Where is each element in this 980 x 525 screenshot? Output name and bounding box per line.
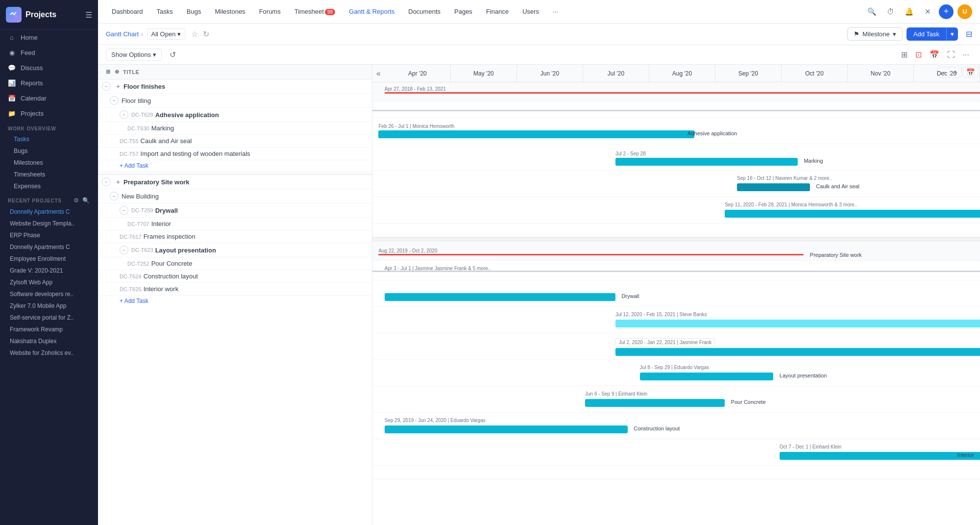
topnav-forums[interactable]: Forums — [253, 5, 287, 18]
topnav-timesheet[interactable]: Timesheet99 — [289, 5, 341, 18]
dct629-bar[interactable] — [378, 130, 694, 138]
add-preparatory-icon[interactable]: + — [114, 177, 122, 186]
expand-preparatory[interactable]: − — [102, 177, 111, 186]
task-dct624[interactable]: DC-T624 Construction layout — [98, 270, 372, 283]
expand-dct629[interactable]: − — [120, 110, 128, 119]
task-dct629[interactable]: − DC-T629 Adhesive application — [98, 108, 372, 122]
recent-item-zylsoft[interactable]: Zylsoft Web App — [0, 276, 98, 288]
sidebar-work-milestones[interactable]: Milestones — [0, 157, 98, 169]
zoom-plus-button[interactable]: + — [950, 67, 961, 77]
gantt-chart-panel[interactable]: « Apr '20 May '20 Jun '20 Jul '20 Aug '2… — [372, 65, 980, 525]
dct55-bar[interactable] — [737, 183, 810, 191]
dct623-bar[interactable] — [640, 373, 774, 380]
filter-chip[interactable]: All Open ▾ — [147, 28, 186, 40]
refresh-icon[interactable]: ↻ — [203, 29, 209, 39]
recent-item-website[interactable]: Website Design Templa.. — [0, 218, 98, 229]
zoom-minus-button[interactable]: − — [937, 67, 950, 77]
section-floor-finishes[interactable]: − + Floor finishes — [98, 79, 372, 94]
floor-tiling-row[interactable]: − Floor tiling — [98, 94, 372, 108]
recent-item-selfservice[interactable]: Self-service portal for Z.. — [0, 312, 98, 324]
new-building-row[interactable]: − New Building — [98, 189, 372, 203]
calendar-grid-icon[interactable]: 📅 — [963, 67, 978, 77]
sidebar-work-tasks[interactable]: Tasks — [0, 133, 98, 145]
recent-item-donnelly1[interactable]: Donnelly Apartments C — [0, 206, 98, 218]
topnav-dashboard[interactable]: Dashboard — [106, 5, 149, 18]
task-dct55[interactable]: DC-T55 Caulk and Air seal — [98, 135, 372, 148]
task-dct259[interactable]: − DC-T259 Drywall — [98, 203, 372, 218]
gantt-chart-link[interactable]: Gantt Chart — [106, 30, 139, 38]
add-task-button[interactable]: Add Task — [906, 27, 946, 41]
add-section-icon[interactable]: ⊕ — [115, 69, 120, 75]
timer-icon[interactable]: ⏱ — [883, 4, 898, 19]
task-dct630[interactable]: DC-T630 Marking — [98, 122, 372, 135]
expand-all-icon[interactable]: ⊞ — [106, 69, 111, 75]
sidebar-work-timesheets[interactable]: Timesheets — [0, 169, 98, 180]
expand-dct623[interactable]: − — [120, 246, 128, 254]
gantt-prev-button[interactable]: « — [372, 65, 385, 82]
dct625-bar[interactable] — [780, 452, 980, 460]
sidebar-item-projects[interactable]: 📁 Projects — [0, 106, 98, 121]
recent-item-employee[interactable]: Employee Enrollment — [0, 253, 98, 265]
calendar-view-icon[interactable]: 📅 — [927, 48, 942, 61]
close-x-icon[interactable]: ✕ — [920, 4, 935, 19]
layout-icon[interactable]: ⊞ — [898, 48, 910, 61]
add-task-dropdown-button[interactable]: ▾ — [946, 27, 958, 41]
export-pdf-icon[interactable]: ⊡ — [912, 48, 925, 61]
show-options-button[interactable]: Show Options ▾ — [106, 49, 162, 61]
dct707-bar[interactable] — [615, 320, 980, 327]
recent-item-donnelly2[interactable]: Donnelly Apartments C — [0, 241, 98, 253]
fullscreen-icon[interactable]: ⛶ — [944, 49, 958, 61]
topnav-tasks[interactable]: Tasks — [151, 5, 179, 18]
sidebar-item-home[interactable]: ⌂ Home — [0, 30, 98, 45]
topnav-milestones[interactable]: Milestones — [209, 5, 251, 18]
dct259-bar[interactable] — [385, 293, 615, 301]
expand-floor-tiling[interactable]: − — [110, 96, 119, 105]
recent-item-zylker[interactable]: Zylker 7.0 Mobile App — [0, 300, 98, 312]
star-icon[interactable]: ☆ — [191, 29, 198, 39]
topnav-documents[interactable]: Documents — [402, 5, 446, 18]
add-task-link-1[interactable]: + Add Task — [98, 160, 372, 171]
recent-item-software[interactable]: Software developers re.. — [0, 288, 98, 300]
dct624-bar[interactable] — [385, 425, 628, 433]
task-dct707[interactable]: DC-T707 Interior — [98, 218, 372, 230]
sidebar-item-reports[interactable]: 📊 Reports — [0, 75, 98, 91]
add-button[interactable]: + — [939, 4, 954, 19]
recent-item-erp[interactable]: ERP Phase — [0, 229, 98, 241]
sidebar-work-expenses[interactable]: Expenses — [0, 180, 98, 192]
filter-icon[interactable]: ⊟ — [966, 29, 972, 39]
hamburger-icon[interactable]: ☰ — [85, 10, 92, 20]
expand-dct259[interactable]: − — [120, 206, 128, 215]
task-dct617[interactable]: DC-T617 Frames inspection — [98, 230, 372, 243]
task-dct623[interactable]: − DC-T623 Layout presentation — [98, 243, 372, 257]
task-dct252[interactable]: DC-T252 Pour Concrete — [98, 257, 372, 270]
milestone-button[interactable]: ⚑ Milestone ▾ — [847, 27, 903, 41]
topnav-pages[interactable]: Pages — [448, 5, 478, 18]
undo-button[interactable]: ↺ — [166, 48, 180, 61]
search-icon-top[interactable]: 🔍 — [864, 4, 879, 19]
topnav-finance[interactable]: Finance — [480, 5, 514, 18]
task-dct57[interactable]: DC-T57 Import and testing of wooden mate… — [98, 148, 372, 160]
expand-new-building[interactable]: − — [110, 192, 119, 200]
sidebar-item-discuss[interactable]: 💬 Discuss — [0, 60, 98, 75]
dct252-bar[interactable] — [585, 399, 725, 407]
bell-icon[interactable]: 🔔 — [902, 4, 916, 19]
recent-item-framework[interactable]: Framework Revamp — [0, 324, 98, 335]
more-options-icon[interactable]: ··· — [960, 49, 972, 61]
recent-item-grade[interactable]: Grade V: 2020-2021 — [0, 265, 98, 276]
search-icon-sidebar[interactable]: 🔍 — [82, 197, 90, 204]
recent-item-zoholics[interactable]: Website for Zoholics ev.. — [0, 347, 98, 359]
task-dct625[interactable]: DC-T625 Interior work — [98, 283, 372, 296]
topnav-gantt[interactable]: Gantt & Reports — [343, 5, 400, 18]
sidebar-work-bugs[interactable]: Bugs — [0, 145, 98, 157]
topnav-more[interactable]: ··· — [547, 5, 564, 18]
topnav-users[interactable]: Users — [516, 5, 545, 18]
dct617-bar[interactable] — [615, 348, 980, 356]
sidebar-item-calendar[interactable]: 📅 Calendar — [0, 91, 98, 106]
avatar[interactable]: U — [957, 4, 972, 19]
dct57-bar[interactable] — [725, 210, 980, 218]
dct630-bar[interactable] — [615, 158, 798, 166]
settings-icon[interactable]: ⚙ — [74, 197, 79, 204]
add-floor-icon[interactable]: + — [114, 82, 122, 91]
section-preparatory[interactable]: − + Preparatory Site work — [98, 175, 372, 189]
add-task-link-2[interactable]: + Add Task — [98, 296, 372, 306]
